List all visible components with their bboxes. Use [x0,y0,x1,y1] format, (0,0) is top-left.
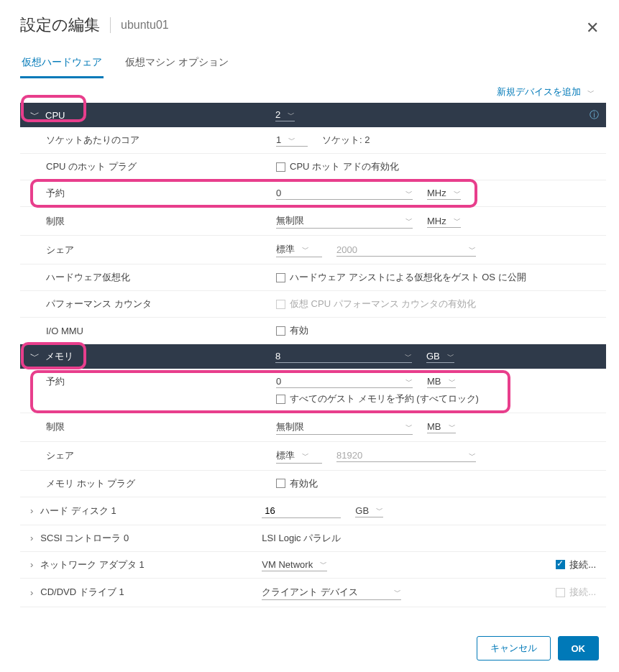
chevron-down-icon: ﹀ [302,244,309,254]
chevron-right-icon: › [30,505,33,516]
cpu-share-value[interactable]: 2000﹀ [336,244,476,257]
cancel-button[interactable]: キャンセル [477,636,551,661]
chevron-down-icon: ﹀ [405,422,413,432]
mem-reserve-all-checkbox[interactable]: すべてのゲスト メモリを予約 (すべてロック) [276,392,479,405]
cd-label: CD/DVD ドライブ 1 [40,586,262,599]
memory-value[interactable]: 8﹀ [275,350,412,363]
chevron-right-icon: › [30,559,33,570]
info-icon[interactable]: ⓘ [590,109,599,121]
socket-count-label: ソケット: 2 [322,134,370,147]
chevron-down-icon: ﹀ [30,350,40,363]
memory-label: メモリ [45,350,275,363]
hw-virtualization-row: ハードウェア仮想化 ハードウェア アシストによる仮想化をゲスト OS に公開 [20,264,606,291]
mem-share-value[interactable]: 81920﹀ [336,449,476,462]
cpu-hotplug-checkbox[interactable]: CPU ホット アドの有効化 [276,160,399,173]
chevron-down-icon: ﹀ [394,587,401,597]
mem-reserve-label: 予約 [46,375,276,388]
cpu-limit-unit[interactable]: MHz﹀ [427,215,461,228]
memory-section-header[interactable]: ﹀ メモリ 8﹀ GB﹀ [20,344,606,369]
hard-disk-row[interactable]: › ハード ディスク 1 GB﹀ [20,497,606,525]
chevron-down-icon: ﹀ [449,422,456,432]
net-connect-checkbox[interactable]: 接続... [556,558,596,571]
iommu-checkbox[interactable]: 有効 [276,324,308,337]
ok-button[interactable]: OK [558,636,600,661]
memory-hotplug-row: メモリ ホット プラグ 有効化 [20,471,606,497]
mem-hotplug-label: メモリ ホット プラグ [46,477,276,490]
mem-share-label: シェア [46,449,276,462]
cpu-hotplug-row: CPU のホット プラグ CPU ホット アドの有効化 [20,154,606,180]
network-adapter-row[interactable]: › ネットワーク アダプタ 1 VM Network﹀ 接続... [20,552,606,579]
chevron-down-icon: ﹀ [302,451,309,461]
hwvirt-label: ハードウェア仮想化 [46,271,276,284]
cpu-share-label: シェア [46,244,276,257]
cpu-limit-row: 制限 無制限﹀ MHz﹀ [20,207,606,236]
mem-limit-unit[interactable]: MB﹀ [427,420,456,433]
cpu-reservation-row: 予約 0﹀ MHz﹀ [20,180,606,207]
tab-vm-options[interactable]: 仮想マシン オプション [124,50,230,78]
net-label: ネットワーク アダプタ 1 [40,558,262,571]
mem-hotplug-checkbox[interactable]: 有効化 [276,477,318,490]
chevron-down-icon: ﹀ [320,559,327,569]
mem-limit-label: 制限 [46,420,276,433]
cpu-share-level[interactable]: 標準﹀ [276,242,322,257]
perfcnt-label: パフォーマンス カウンタ [46,298,276,310]
chevron-down-icon: ﹀ [288,110,295,120]
cores-select[interactable]: 1﹀ [276,134,308,147]
chevron-down-icon: ﹀ [405,377,413,387]
settings-scroll[interactable]: ﹀ CPU 2﹀ ⓘ ソケットあたりのコア 1﹀ ソケット: 2 CPU のホッ… [20,103,613,625]
chevron-down-icon: ﹀ [585,88,595,96]
cpu-reserve-unit[interactable]: MHz﹀ [427,187,461,200]
cores-label: ソケットあたりのコア [46,134,276,147]
chevron-down-icon: ﹀ [405,351,412,362]
scsi-row[interactable]: › SCSI コントローラ 0 LSI Logic パラレル [20,525,606,552]
hwvirt-checkbox[interactable]: ハードウェア アシストによる仮想化をゲスト OS に公開 [276,271,526,284]
cpu-section-header[interactable]: ﹀ CPU 2﹀ ⓘ [20,103,606,127]
cpu-limit-value[interactable]: 無制限﹀ [276,213,413,229]
chevron-down-icon: ﹀ [469,244,476,254]
mem-reserve-value[interactable]: 0﹀ [276,375,413,388]
memory-limit-row: 制限 無制限﹀ MB﹀ [20,413,606,442]
mem-share-level[interactable]: 標準﹀ [276,448,322,464]
scsi-value: LSI Logic パラレル [262,532,341,545]
chevron-down-icon: ﹀ [454,216,461,226]
chevron-down-icon: ﹀ [30,109,40,121]
chevron-down-icon: ﹀ [447,351,454,362]
cpu-reserve-label: 予約 [46,187,276,200]
cores-per-socket-row: ソケットあたりのコア 1﹀ ソケット: 2 [20,127,606,154]
memory-share-row: シェア 標準﹀ 81920﹀ [20,442,606,471]
memory-reservation-row: 予約 0﹀ MB﹀ すべてのゲスト メモリを予約 (すべてロック) [20,369,606,413]
mem-limit-value[interactable]: 無制限﹀ [276,420,413,435]
iommu-label: I/O MMU [46,326,276,336]
hdd-label: ハード ディスク 1 [40,505,262,517]
memory-unit[interactable]: GB﹀ [426,350,454,363]
add-device-link[interactable]: 新規デバイスを追加 ﹀ [0,78,619,103]
cpu-label: CPU [45,110,275,121]
scsi-label: SCSI コントローラ 0 [40,532,262,545]
close-icon[interactable]: ✕ [586,19,599,37]
footer: キャンセル OK [0,625,619,672]
page-title: 設定の編集 [20,14,100,36]
tab-hardware[interactable]: 仮想ハードウェア [20,50,104,78]
hdd-size-input[interactable] [262,504,341,518]
cpu-reserve-value[interactable]: 0﹀ [276,187,413,200]
chevron-down-icon: ﹀ [449,377,456,387]
title-separator [110,17,111,33]
perf-counter-row: パフォーマンス カウンタ 仮想 CPU パフォーマンス カウンタの有効化 [20,291,606,318]
tabs: 仮想ハードウェア 仮想マシン オプション [0,42,619,78]
iommu-row: I/O MMU 有効 [20,318,606,344]
chevron-right-icon: › [30,587,33,598]
chevron-right-icon: › [30,533,33,543]
cpu-count-select[interactable]: 2﹀ [275,109,295,121]
cd-select[interactable]: クライアント デバイス﹀ [262,585,401,600]
net-select[interactable]: VM Network﹀ [262,558,327,571]
hdd-unit[interactable]: GB﹀ [355,505,383,517]
cpu-share-row: シェア 標準﹀ 2000﹀ [20,236,606,264]
vm-name: ubuntu01 [121,19,169,32]
chevron-down-icon: ﹀ [376,505,383,515]
cd-dvd-row[interactable]: › CD/DVD ドライブ 1 クライアント デバイス﹀ 接続... [20,579,606,607]
chevron-down-icon: ﹀ [405,216,413,226]
perfcnt-checkbox: 仮想 CPU パフォーマンス カウンタの有効化 [276,298,476,310]
mem-reserve-unit[interactable]: MB﹀ [427,375,456,388]
chevron-down-icon: ﹀ [405,188,413,198]
cd-connect-checkbox: 接続... [556,586,596,599]
